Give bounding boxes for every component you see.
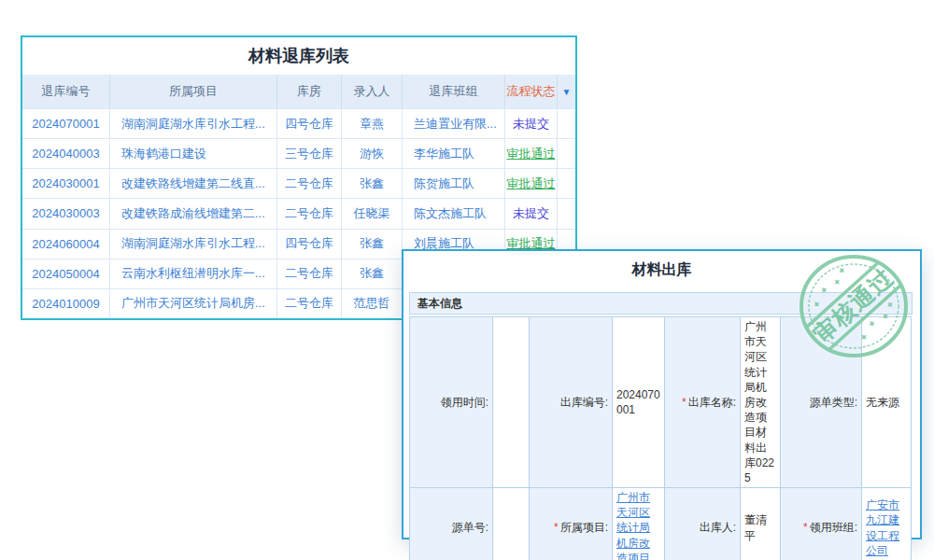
status-badge: 未提交 <box>505 205 557 222</box>
cell-entry-person: 章燕 <box>341 109 402 138</box>
cell-project: 云南水利枢纽潜明水库一... <box>109 259 276 288</box>
cell-entry-person: 张鑫 <box>341 169 402 198</box>
cell-entry-person: 张鑫 <box>341 259 402 288</box>
material-outbound-panel: 材料出库 基本信息 领用时间: 出库编号: 2024070001 *出库名称: … <box>402 249 922 539</box>
cell-team: 陈贺施工队 <box>402 169 504 198</box>
cell-team: 兰迪置业有限... <box>402 109 504 138</box>
col-header-project: 所属项目 <box>109 75 276 108</box>
cell-project: 珠海鹤港口建设 <box>109 139 276 168</box>
required-marker: * <box>682 396 686 409</box>
status-badge[interactable]: 审批通过 <box>505 146 557 162</box>
source-type-label: 源单类型: <box>781 317 862 488</box>
required-marker: * <box>554 521 559 534</box>
source-no-label: 源单号: <box>410 488 493 560</box>
table-row: 2024040003 珠海鹤港口建设 三号仓库 游恢 李华施工队 审批通过 <box>22 138 575 168</box>
col-header-return-id: 退库编号 <box>22 75 109 108</box>
pickup-team-label: *领用班组: <box>781 488 862 560</box>
pickup-time-value <box>493 317 530 488</box>
cell-entry-person: 游恢 <box>341 139 402 168</box>
cell-return-id[interactable]: 2024030001 <box>22 169 109 198</box>
cell-team: 陈文杰施工队 <box>402 199 504 228</box>
cell-warehouse: 四号仓库 <box>276 109 341 138</box>
outbound-no-label: 出库编号: <box>530 317 613 488</box>
source-type-value: 无来源 <box>862 317 912 488</box>
cell-project: 湖南洞庭湖水库引水工程... <box>109 230 276 259</box>
cell-project: 广州市天河区统计局机房... <box>109 289 276 318</box>
project-link[interactable]: 广州市天河区统计局机房改造项目 <box>616 491 650 560</box>
cell-warehouse: 四号仓库 <box>276 230 341 259</box>
outbound-form-table: 领用时间: 出库编号: 2024070001 *出库名称: 广州市天河区统计局机… <box>409 316 912 560</box>
cell-warehouse: 二号仓库 <box>276 259 341 288</box>
cell-team: 李华施工队 <box>402 139 504 168</box>
col-header-warehouse: 库房 <box>276 75 341 108</box>
issuer-label: 出库人: <box>665 488 741 560</box>
cell-return-id[interactable]: 2024010009 <box>22 289 109 318</box>
table-row: 2024030003 改建铁路成渝线增建第二... 二号仓库 任晓渠 陈文杰施工… <box>22 198 575 228</box>
outbound-title: 材料出库 <box>403 260 920 280</box>
return-list-title: 材料退库列表 <box>22 37 575 75</box>
return-list-header-row: 退库编号 所属项目 库房 录入人 退库班组 流程状态 ▼ <box>22 75 575 108</box>
table-row: 2024030001 改建铁路线增建第二线直... 二号仓库 张鑫 陈贺施工队 … <box>22 168 575 198</box>
pickup-time-label: 领用时间: <box>410 317 493 488</box>
cell-warehouse: 二号仓库 <box>276 289 341 318</box>
cell-entry-person: 张鑫 <box>341 230 402 259</box>
status-badge[interactable]: 审批通过 <box>505 175 557 192</box>
col-header-team: 退库班组 <box>402 75 504 108</box>
cell-return-id[interactable]: 2024060004 <box>22 230 109 259</box>
cell-return-id[interactable]: 2024030003 <box>22 199 109 228</box>
status-filter-caret-icon[interactable]: ▼ <box>557 75 575 108</box>
cell-warehouse: 二号仓库 <box>276 169 341 198</box>
cell-entry-person: 范思哲 <box>341 289 402 318</box>
project-label: *所属项目: <box>530 488 613 560</box>
source-no-value <box>493 488 530 560</box>
cell-project: 湖南洞庭湖水库引水工程... <box>109 109 276 138</box>
cell-warehouse: 二号仓库 <box>276 199 341 228</box>
outbound-name-value: 广州市天河区统计局机房改造项目材料出库0225 <box>741 317 781 488</box>
cell-return-id[interactable]: 2024040003 <box>22 139 109 168</box>
form-row: 源单号: *所属项目: 广州市天河区统计局机房改造项目 出库人: 董清平 *领用… <box>410 488 912 560</box>
cell-return-id[interactable]: 2024070001 <box>22 109 109 138</box>
cell-return-id[interactable]: 2024050004 <box>22 259 109 288</box>
basic-info-section-header: 基本信息 <box>409 292 913 315</box>
status-badge: 未提交 <box>505 116 557 133</box>
pickup-team-link[interactable]: 广安市九江建设工程公司 <box>866 498 899 557</box>
form-row: 领用时间: 出库编号: 2024070001 *出库名称: 广州市天河区统计局机… <box>410 317 912 488</box>
issuer-value: 董清平 <box>741 488 781 560</box>
outbound-name-label: *出库名称: <box>665 317 741 488</box>
outbound-no-value: 2024070001 <box>613 317 665 488</box>
col-header-status[interactable]: 流程状态 <box>504 75 557 108</box>
cell-warehouse: 三号仓库 <box>276 139 341 168</box>
cell-project: 改建铁路线增建第二线直... <box>109 169 276 198</box>
cell-project: 改建铁路成渝线增建第二... <box>109 199 276 228</box>
cell-entry-person: 任晓渠 <box>341 199 402 228</box>
col-header-entry-person: 录入人 <box>341 75 402 108</box>
table-row: 2024070001 湖南洞庭湖水库引水工程... 四号仓库 章燕 兰迪置业有限… <box>22 108 575 138</box>
required-marker: * <box>803 521 808 534</box>
